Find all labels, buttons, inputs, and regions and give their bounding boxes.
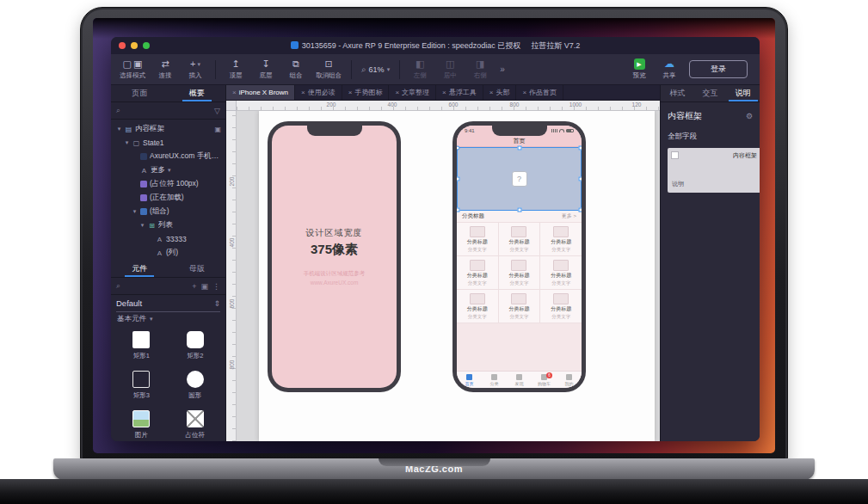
note-fields-box[interactable]: 内容框架 说明 <box>668 148 760 193</box>
ungroup-button[interactable]: ⊡ 取消组合 <box>316 58 342 80</box>
category-cell[interactable]: 分类标题分类文字 <box>540 290 582 323</box>
select-mode-button[interactable]: ▢▣ 选择模式 <box>120 58 145 80</box>
category-cell[interactable]: 分类标题分类文字 <box>457 256 498 289</box>
ruler-number: 400 <box>388 101 397 108</box>
zoom-control[interactable]: ⌕ 61% ▾ <box>361 65 390 75</box>
connect-button[interactable]: ⇄ 连接 <box>155 58 175 80</box>
align-center-button[interactable]: ◫ 居中 <box>440 58 460 80</box>
close-icon[interactable]: × <box>442 89 446 96</box>
component-rectangle2[interactable]: 矩形2 <box>169 326 223 366</box>
tabbar-item-cart[interactable]: 6购物车 <box>532 372 557 388</box>
more-link[interactable]: 更多 > <box>562 212 576 220</box>
tabbar-item-home[interactable]: 首页 <box>457 372 482 388</box>
chevron-down-icon[interactable]: ▾ <box>116 126 122 132</box>
tab-components[interactable]: 元件 <box>111 261 169 277</box>
close-icon[interactable]: × <box>301 89 305 96</box>
add-icon[interactable]: + <box>192 282 196 291</box>
design-canvas[interactable]: 设计区域宽度 375像素 手机端设计区域规范参考 www.AxureUX.com <box>237 111 660 441</box>
folder-icon[interactable]: ▣ <box>200 282 208 291</box>
tabbar-item-discover[interactable]: 发现 <box>507 372 532 388</box>
category-cell[interactable]: 分类标题分类文字 <box>499 256 540 289</box>
align-right-button[interactable]: ◨ 右侧 <box>470 58 490 80</box>
doc-tab[interactable]: × iPhone X Brown <box>226 85 295 100</box>
tab-style[interactable]: 样式 <box>661 85 693 101</box>
phone-mockup-spec[interactable]: 设计区域宽度 375像素 手机端设计区域规范参考 www.AxureUX.com <box>268 121 401 392</box>
category-cell[interactable]: 分类标题分类文字 <box>540 256 582 289</box>
send-to-back-button[interactable]: ↧ 底层 <box>255 58 276 80</box>
tabbar-label: 首页 <box>465 381 474 386</box>
doc-tab[interactable]: × 使用必读 <box>295 85 342 100</box>
banner-placeholder[interactable]: ? <box>457 147 582 211</box>
tree-item[interactable]: (占位符 100px) <box>111 177 225 191</box>
inspector-title-row: 内容框架 ⚙ <box>661 102 760 122</box>
align-left-button[interactable]: ◧ 左侧 <box>409 58 430 80</box>
doc-tab[interactable]: × 悬浮工具 <box>436 85 483 100</box>
doc-tab[interactable]: × 头部 <box>483 85 517 100</box>
chevron-down-icon[interactable]: ▾ <box>132 208 138 215</box>
tab-masters[interactable]: 母版 <box>169 261 226 277</box>
category-cell[interactable]: 分类标题分类文字 <box>540 223 582 255</box>
close-icon[interactable]: × <box>232 89 237 96</box>
components-search[interactable]: ⌕ + ▣ ⋮ <box>111 278 225 295</box>
kebab-menu-icon[interactable]: ⋮ <box>212 282 220 291</box>
library-select[interactable]: Default ⇕ <box>116 295 220 312</box>
phone-mockup-home[interactable]: 9:41 首页 <box>452 121 586 392</box>
insert-label: 插入 <box>189 71 202 80</box>
toolbar-overflow-icon[interactable]: » <box>500 65 505 74</box>
tree-item[interactable]: A 33333 <box>111 232 225 246</box>
close-icon[interactable]: × <box>348 89 353 96</box>
tab-note[interactable]: 说明 <box>727 85 760 101</box>
close-icon[interactable]: × <box>395 89 399 96</box>
close-button[interactable] <box>119 42 126 49</box>
preview-button[interactable]: ▶ 预览 <box>629 58 649 80</box>
edit-state-icon[interactable]: ▣ <box>214 126 221 133</box>
group-button[interactable]: ⧉ 组合 <box>286 58 306 80</box>
login-button[interactable]: 登录 <box>689 60 748 78</box>
section-basic-widgets[interactable]: 基本元件 ▾ <box>111 312 225 326</box>
tree-item-label: 列表 <box>158 220 173 230</box>
tree-item[interactable]: AxureUX.com 手机移动 <box>111 150 225 163</box>
category-cell[interactable]: 分类标题分类文字 <box>499 290 540 323</box>
insert-button[interactable]: +▾ 插入 <box>185 58 206 80</box>
category-cell[interactable]: 分类标题分类文字 <box>457 223 498 255</box>
doc-tab-label: 悬浮工具 <box>449 88 477 97</box>
tree-item[interactable]: ▾ ▢ State1 <box>111 136 225 150</box>
tree-item[interactable]: ▾ (组合) <box>111 205 225 218</box>
filter-icon[interactable]: ▽ <box>214 107 220 115</box>
minimize-button[interactable] <box>131 42 138 49</box>
phone-screen-wireframe[interactable]: 9:41 首页 <box>457 126 582 388</box>
share-button[interactable]: ☁ 共享 <box>659 58 680 80</box>
tree-item[interactable]: A 更多 ▾ <box>111 163 225 177</box>
category-cell[interactable]: 分类标题分类文字 <box>499 223 540 255</box>
component-image[interactable]: 图片 <box>114 405 169 441</box>
contain-select-icon: ▣ <box>133 58 142 70</box>
tree-item[interactable]: ▾ ⊞ 列表 <box>111 218 225 232</box>
tab-outline[interactable]: 概要 <box>169 85 226 101</box>
component-rectangle1[interactable]: 矩形1 <box>114 326 169 366</box>
tab-interaction[interactable]: 交互 <box>693 85 726 101</box>
tabbar-item-profile[interactable]: 我的 <box>557 372 582 388</box>
discover-icon <box>516 374 522 380</box>
tree-item[interactable]: ▾ ▤ 内容框架 ▣ <box>111 122 225 136</box>
close-icon[interactable]: × <box>489 89 494 96</box>
cell-title: 分类标题 <box>551 272 571 280</box>
phone-screen-pink[interactable]: 设计区域宽度 375像素 手机端设计区域规范参考 www.AxureUX.com <box>272 126 397 388</box>
outline-search[interactable]: ⌕ ▽ <box>111 102 225 120</box>
component-rectangle3[interactable]: 矩形3 <box>114 366 169 405</box>
tree-item[interactable]: (正在加载) <box>111 191 225 205</box>
doc-tab[interactable]: × 作品首页 <box>516 85 563 100</box>
close-icon[interactable]: × <box>522 89 526 96</box>
tree-item[interactable]: A (列) <box>111 246 225 260</box>
zoom-button[interactable] <box>143 42 150 49</box>
category-cell[interactable]: 分类标题分类文字 <box>457 290 498 323</box>
bring-to-front-button[interactable]: ↥ 顶层 <box>225 58 246 80</box>
tabbar-item-category[interactable]: 分类 <box>482 372 507 388</box>
tab-pages[interactable]: 页面 <box>111 85 169 101</box>
component-placeholder[interactable]: 占位符 <box>169 405 223 441</box>
gear-icon[interactable]: ⚙ <box>746 112 753 120</box>
doc-tab[interactable]: × 手势图标 <box>342 85 390 100</box>
chevron-down-icon[interactable]: ▾ <box>139 222 145 229</box>
component-circle[interactable]: 圆形 <box>169 366 223 405</box>
doc-tab[interactable]: × 文章整理 <box>389 85 436 100</box>
chevron-down-icon[interactable]: ▾ <box>124 139 130 146</box>
